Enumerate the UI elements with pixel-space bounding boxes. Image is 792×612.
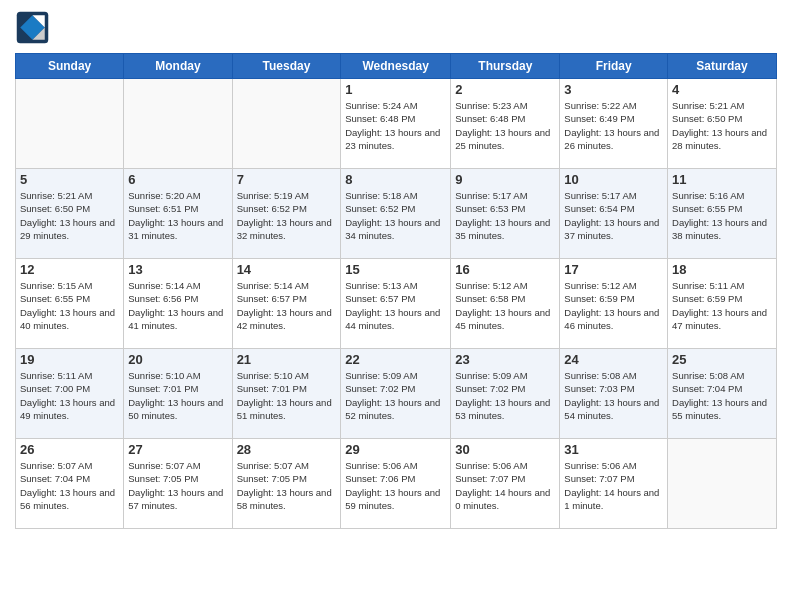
calendar-week-row: 26Sunrise: 5:07 AM Sunset: 7:04 PM Dayli… — [16, 439, 777, 529]
page-container: SundayMondayTuesdayWednesdayThursdayFrid… — [0, 0, 792, 539]
day-info: Sunrise: 5:23 AM Sunset: 6:48 PM Dayligh… — [455, 99, 555, 152]
day-number: 4 — [672, 82, 772, 97]
day-number: 1 — [345, 82, 446, 97]
calendar-cell — [124, 79, 232, 169]
calendar-cell: 20Sunrise: 5:10 AM Sunset: 7:01 PM Dayli… — [124, 349, 232, 439]
day-number: 9 — [455, 172, 555, 187]
calendar-cell: 13Sunrise: 5:14 AM Sunset: 6:56 PM Dayli… — [124, 259, 232, 349]
calendar-cell: 3Sunrise: 5:22 AM Sunset: 6:49 PM Daylig… — [560, 79, 668, 169]
day-info: Sunrise: 5:13 AM Sunset: 6:57 PM Dayligh… — [345, 279, 446, 332]
day-info: Sunrise: 5:11 AM Sunset: 6:59 PM Dayligh… — [672, 279, 772, 332]
day-info: Sunrise: 5:14 AM Sunset: 6:56 PM Dayligh… — [128, 279, 227, 332]
day-number: 16 — [455, 262, 555, 277]
day-number: 18 — [672, 262, 772, 277]
day-info: Sunrise: 5:08 AM Sunset: 7:03 PM Dayligh… — [564, 369, 663, 422]
calendar-cell: 31Sunrise: 5:06 AM Sunset: 7:07 PM Dayli… — [560, 439, 668, 529]
day-info: Sunrise: 5:16 AM Sunset: 6:55 PM Dayligh… — [672, 189, 772, 242]
calendar-week-row: 5Sunrise: 5:21 AM Sunset: 6:50 PM Daylig… — [16, 169, 777, 259]
header — [15, 10, 777, 45]
day-info: Sunrise: 5:15 AM Sunset: 6:55 PM Dayligh… — [20, 279, 119, 332]
calendar-cell: 26Sunrise: 5:07 AM Sunset: 7:04 PM Dayli… — [16, 439, 124, 529]
calendar-cell: 30Sunrise: 5:06 AM Sunset: 7:07 PM Dayli… — [451, 439, 560, 529]
day-info: Sunrise: 5:09 AM Sunset: 7:02 PM Dayligh… — [345, 369, 446, 422]
day-of-week-header: Wednesday — [341, 54, 451, 79]
day-info: Sunrise: 5:06 AM Sunset: 7:07 PM Dayligh… — [455, 459, 555, 512]
day-info: Sunrise: 5:10 AM Sunset: 7:01 PM Dayligh… — [128, 369, 227, 422]
day-of-week-header: Monday — [124, 54, 232, 79]
day-of-week-header: Thursday — [451, 54, 560, 79]
calendar-cell: 5Sunrise: 5:21 AM Sunset: 6:50 PM Daylig… — [16, 169, 124, 259]
day-info: Sunrise: 5:08 AM Sunset: 7:04 PM Dayligh… — [672, 369, 772, 422]
day-number: 28 — [237, 442, 337, 457]
day-number: 2 — [455, 82, 555, 97]
day-info: Sunrise: 5:07 AM Sunset: 7:05 PM Dayligh… — [128, 459, 227, 512]
calendar-week-row: 1Sunrise: 5:24 AM Sunset: 6:48 PM Daylig… — [16, 79, 777, 169]
calendar: SundayMondayTuesdayWednesdayThursdayFrid… — [15, 53, 777, 529]
day-number: 8 — [345, 172, 446, 187]
calendar-week-row: 19Sunrise: 5:11 AM Sunset: 7:00 PM Dayli… — [16, 349, 777, 439]
day-info: Sunrise: 5:07 AM Sunset: 7:05 PM Dayligh… — [237, 459, 337, 512]
calendar-cell: 29Sunrise: 5:06 AM Sunset: 7:06 PM Dayli… — [341, 439, 451, 529]
day-of-week-header: Friday — [560, 54, 668, 79]
calendar-cell: 1Sunrise: 5:24 AM Sunset: 6:48 PM Daylig… — [341, 79, 451, 169]
calendar-cell: 23Sunrise: 5:09 AM Sunset: 7:02 PM Dayli… — [451, 349, 560, 439]
day-number: 21 — [237, 352, 337, 367]
day-info: Sunrise: 5:07 AM Sunset: 7:04 PM Dayligh… — [20, 459, 119, 512]
day-info: Sunrise: 5:21 AM Sunset: 6:50 PM Dayligh… — [672, 99, 772, 152]
day-info: Sunrise: 5:09 AM Sunset: 7:02 PM Dayligh… — [455, 369, 555, 422]
day-number: 15 — [345, 262, 446, 277]
calendar-cell: 21Sunrise: 5:10 AM Sunset: 7:01 PM Dayli… — [232, 349, 341, 439]
day-info: Sunrise: 5:06 AM Sunset: 7:07 PM Dayligh… — [564, 459, 663, 512]
day-info: Sunrise: 5:12 AM Sunset: 6:59 PM Dayligh… — [564, 279, 663, 332]
day-number: 29 — [345, 442, 446, 457]
days-header-row: SundayMondayTuesdayWednesdayThursdayFrid… — [16, 54, 777, 79]
day-info: Sunrise: 5:12 AM Sunset: 6:58 PM Dayligh… — [455, 279, 555, 332]
calendar-cell: 11Sunrise: 5:16 AM Sunset: 6:55 PM Dayli… — [668, 169, 777, 259]
calendar-cell — [232, 79, 341, 169]
day-info: Sunrise: 5:21 AM Sunset: 6:50 PM Dayligh… — [20, 189, 119, 242]
calendar-cell: 6Sunrise: 5:20 AM Sunset: 6:51 PM Daylig… — [124, 169, 232, 259]
calendar-cell: 25Sunrise: 5:08 AM Sunset: 7:04 PM Dayli… — [668, 349, 777, 439]
day-number: 5 — [20, 172, 119, 187]
calendar-cell: 8Sunrise: 5:18 AM Sunset: 6:52 PM Daylig… — [341, 169, 451, 259]
logo — [15, 10, 50, 45]
day-number: 30 — [455, 442, 555, 457]
calendar-cell: 18Sunrise: 5:11 AM Sunset: 6:59 PM Dayli… — [668, 259, 777, 349]
day-info: Sunrise: 5:20 AM Sunset: 6:51 PM Dayligh… — [128, 189, 227, 242]
day-of-week-header: Sunday — [16, 54, 124, 79]
calendar-week-row: 12Sunrise: 5:15 AM Sunset: 6:55 PM Dayli… — [16, 259, 777, 349]
logo-icon — [15, 10, 50, 45]
day-number: 11 — [672, 172, 772, 187]
day-number: 26 — [20, 442, 119, 457]
day-number: 22 — [345, 352, 446, 367]
day-number: 19 — [20, 352, 119, 367]
day-info: Sunrise: 5:17 AM Sunset: 6:53 PM Dayligh… — [455, 189, 555, 242]
day-info: Sunrise: 5:22 AM Sunset: 6:49 PM Dayligh… — [564, 99, 663, 152]
day-info: Sunrise: 5:10 AM Sunset: 7:01 PM Dayligh… — [237, 369, 337, 422]
calendar-cell: 15Sunrise: 5:13 AM Sunset: 6:57 PM Dayli… — [341, 259, 451, 349]
day-info: Sunrise: 5:19 AM Sunset: 6:52 PM Dayligh… — [237, 189, 337, 242]
day-of-week-header: Tuesday — [232, 54, 341, 79]
day-number: 13 — [128, 262, 227, 277]
day-number: 3 — [564, 82, 663, 97]
calendar-cell: 19Sunrise: 5:11 AM Sunset: 7:00 PM Dayli… — [16, 349, 124, 439]
day-number: 10 — [564, 172, 663, 187]
day-number: 31 — [564, 442, 663, 457]
calendar-cell: 12Sunrise: 5:15 AM Sunset: 6:55 PM Dayli… — [16, 259, 124, 349]
calendar-cell: 4Sunrise: 5:21 AM Sunset: 6:50 PM Daylig… — [668, 79, 777, 169]
calendar-cell: 7Sunrise: 5:19 AM Sunset: 6:52 PM Daylig… — [232, 169, 341, 259]
calendar-cell: 16Sunrise: 5:12 AM Sunset: 6:58 PM Dayli… — [451, 259, 560, 349]
day-info: Sunrise: 5:17 AM Sunset: 6:54 PM Dayligh… — [564, 189, 663, 242]
calendar-cell: 28Sunrise: 5:07 AM Sunset: 7:05 PM Dayli… — [232, 439, 341, 529]
calendar-cell: 22Sunrise: 5:09 AM Sunset: 7:02 PM Dayli… — [341, 349, 451, 439]
day-number: 24 — [564, 352, 663, 367]
day-info: Sunrise: 5:24 AM Sunset: 6:48 PM Dayligh… — [345, 99, 446, 152]
calendar-cell: 2Sunrise: 5:23 AM Sunset: 6:48 PM Daylig… — [451, 79, 560, 169]
day-number: 7 — [237, 172, 337, 187]
day-number: 12 — [20, 262, 119, 277]
day-number: 20 — [128, 352, 227, 367]
calendar-cell — [668, 439, 777, 529]
day-number: 25 — [672, 352, 772, 367]
day-number: 27 — [128, 442, 227, 457]
day-number: 17 — [564, 262, 663, 277]
